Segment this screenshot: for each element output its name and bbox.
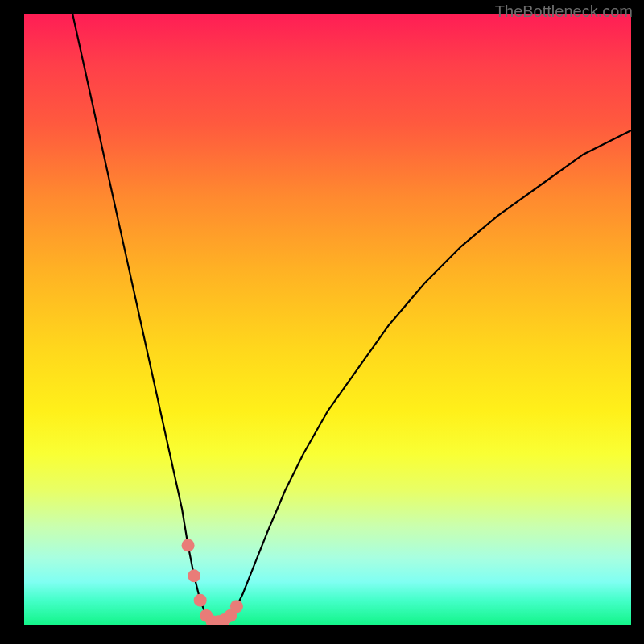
curve-marker <box>182 539 195 551</box>
bottleneck-curve-line <box>72 14 631 621</box>
curve-marker <box>230 600 243 613</box>
chart-stage: TheBottleneck.com <box>0 0 644 644</box>
chart-curve <box>24 14 631 625</box>
chart-plot-area <box>24 14 631 625</box>
curve-marker <box>188 569 200 582</box>
curve-marker <box>194 594 207 607</box>
curve-markers <box>182 539 243 625</box>
watermark-text: TheBottleneck.com <box>495 2 633 21</box>
